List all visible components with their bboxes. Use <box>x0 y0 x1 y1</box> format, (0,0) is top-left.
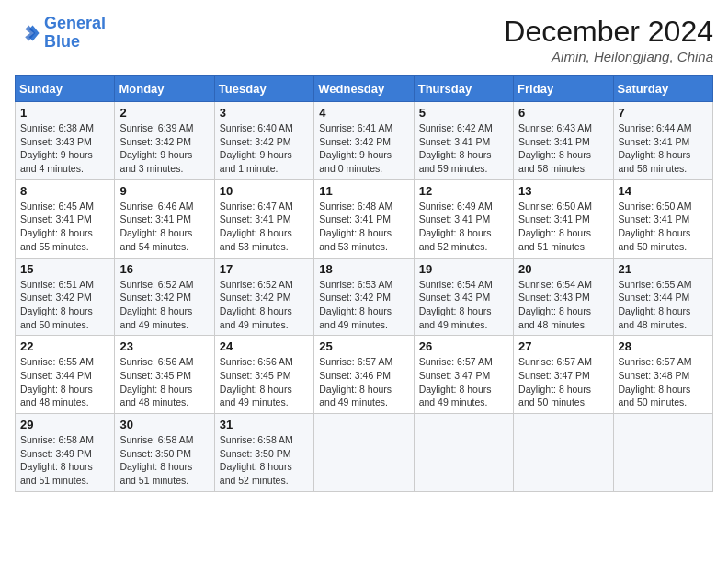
calendar-cell: 9Sunrise: 6:46 AMSunset: 3:41 PMDaylight… <box>115 179 214 258</box>
day-info: Sunrise: 6:55 AMSunset: 3:44 PMDaylight:… <box>20 355 109 409</box>
day-number: 13 <box>518 184 608 198</box>
day-info: Sunrise: 6:58 AMSunset: 3:49 PMDaylight:… <box>20 433 109 488</box>
calendar-cell: 28Sunrise: 6:57 AMSunset: 3:48 PMDayligh… <box>613 336 712 414</box>
day-number: 27 <box>518 339 608 353</box>
day-number: 24 <box>220 339 309 353</box>
calendar-cell: 26Sunrise: 6:57 AMSunset: 3:47 PMDayligh… <box>414 336 513 414</box>
day-number: 7 <box>619 106 708 120</box>
day-info: Sunrise: 6:50 AMSunset: 3:41 PMDaylight:… <box>518 200 608 254</box>
day-info: Sunrise: 6:57 AMSunset: 3:47 PMDaylight:… <box>419 355 508 409</box>
calendar-cell: 2Sunrise: 6:39 AMSunset: 3:42 PMDaylight… <box>115 102 214 180</box>
weekday-header: Wednesday <box>314 76 414 102</box>
day-info: Sunrise: 6:58 AMSunset: 3:50 PMDaylight:… <box>220 433 309 488</box>
calendar-cell: 10Sunrise: 6:47 AMSunset: 3:41 PMDayligh… <box>214 179 313 258</box>
calendar-cell: 12Sunrise: 6:49 AMSunset: 3:41 PMDayligh… <box>414 179 513 258</box>
weekday-header: Friday <box>514 76 613 102</box>
location: Aimin, Heilongjiang, China <box>504 49 713 64</box>
day-info: Sunrise: 6:58 AMSunset: 3:50 PMDaylight:… <box>119 433 209 488</box>
day-info: Sunrise: 6:47 AMSunset: 3:41 PMDaylight:… <box>220 200 309 254</box>
weekday-header: Thursday <box>414 76 513 102</box>
calendar-cell: 18Sunrise: 6:53 AMSunset: 3:42 PMDayligh… <box>314 258 414 336</box>
day-info: Sunrise: 6:57 AMSunset: 3:48 PMDaylight:… <box>619 355 708 409</box>
day-info: Sunrise: 6:50 AMSunset: 3:41 PMDaylight:… <box>619 200 708 254</box>
day-info: Sunrise: 6:48 AMSunset: 3:41 PMDaylight:… <box>319 200 408 254</box>
day-number: 18 <box>319 262 408 276</box>
calendar-cell: 20Sunrise: 6:54 AMSunset: 3:43 PMDayligh… <box>514 258 613 336</box>
calendar-cell: 3Sunrise: 6:40 AMSunset: 3:42 PMDaylight… <box>214 102 313 180</box>
calendar-cell: 4Sunrise: 6:41 AMSunset: 3:42 PMDaylight… <box>314 102 414 180</box>
day-info: Sunrise: 6:45 AMSunset: 3:41 PMDaylight:… <box>20 200 109 254</box>
day-number: 22 <box>20 339 109 353</box>
calendar-cell: 29Sunrise: 6:58 AMSunset: 3:49 PMDayligh… <box>16 414 115 492</box>
calendar-cell: 16Sunrise: 6:52 AMSunset: 3:42 PMDayligh… <box>115 258 214 336</box>
logo-general: General <box>44 14 106 32</box>
day-number: 14 <box>619 184 708 198</box>
day-number: 23 <box>119 339 209 353</box>
logo: General Blue <box>15 15 106 52</box>
day-number: 29 <box>20 418 109 431</box>
calendar-week-row: 8Sunrise: 6:45 AMSunset: 3:41 PMDaylight… <box>16 179 713 258</box>
calendar-week-row: 22Sunrise: 6:55 AMSunset: 3:44 PMDayligh… <box>16 336 713 414</box>
day-info: Sunrise: 6:43 AMSunset: 3:41 PMDaylight:… <box>518 121 608 176</box>
weekday-header: Saturday <box>613 76 712 102</box>
logo-icon <box>15 20 40 46</box>
day-info: Sunrise: 6:49 AMSunset: 3:41 PMDaylight:… <box>419 200 508 254</box>
day-number: 5 <box>419 106 508 120</box>
calendar-week-row: 1Sunrise: 6:38 AMSunset: 3:43 PMDaylight… <box>16 102 713 180</box>
calendar-cell: 30Sunrise: 6:58 AMSunset: 3:50 PMDayligh… <box>115 414 214 492</box>
calendar-week-row: 29Sunrise: 6:58 AMSunset: 3:49 PMDayligh… <box>16 414 713 492</box>
calendar-cell: 8Sunrise: 6:45 AMSunset: 3:41 PMDaylight… <box>16 179 115 258</box>
day-number: 15 <box>20 262 109 276</box>
calendar-cell: 13Sunrise: 6:50 AMSunset: 3:41 PMDayligh… <box>514 179 613 258</box>
title-block: December 2024 Aimin, Heilongjiang, China <box>504 15 713 64</box>
day-info: Sunrise: 6:57 AMSunset: 3:46 PMDaylight:… <box>319 355 408 409</box>
day-info: Sunrise: 6:41 AMSunset: 3:42 PMDaylight:… <box>319 121 408 176</box>
day-number: 4 <box>319 106 408 120</box>
day-number: 16 <box>119 262 209 276</box>
calendar-cell: 14Sunrise: 6:50 AMSunset: 3:41 PMDayligh… <box>613 179 712 258</box>
day-info: Sunrise: 6:46 AMSunset: 3:41 PMDaylight:… <box>119 200 209 254</box>
day-info: Sunrise: 6:52 AMSunset: 3:42 PMDaylight:… <box>220 278 309 332</box>
calendar-cell: 25Sunrise: 6:57 AMSunset: 3:46 PMDayligh… <box>314 336 414 414</box>
day-number: 8 <box>20 184 109 198</box>
day-info: Sunrise: 6:38 AMSunset: 3:43 PMDaylight:… <box>20 121 109 176</box>
calendar-table: SundayMondayTuesdayWednesdayThursdayFrid… <box>15 75 713 492</box>
day-info: Sunrise: 6:54 AMSunset: 3:43 PMDaylight:… <box>419 278 508 332</box>
day-info: Sunrise: 6:40 AMSunset: 3:42 PMDaylight:… <box>220 121 309 176</box>
weekday-header: Sunday <box>16 76 115 102</box>
day-info: Sunrise: 6:55 AMSunset: 3:44 PMDaylight:… <box>619 278 708 332</box>
day-number: 21 <box>619 262 708 276</box>
day-number: 1 <box>20 106 109 120</box>
calendar-cell: 1Sunrise: 6:38 AMSunset: 3:43 PMDaylight… <box>16 102 115 180</box>
day-info: Sunrise: 6:42 AMSunset: 3:41 PMDaylight:… <box>419 121 508 176</box>
day-number: 25 <box>319 339 408 353</box>
calendar-cell: 15Sunrise: 6:51 AMSunset: 3:42 PMDayligh… <box>16 258 115 336</box>
calendar-cell: 7Sunrise: 6:44 AMSunset: 3:41 PMDaylight… <box>613 102 712 180</box>
weekday-header: Monday <box>115 76 214 102</box>
day-number: 28 <box>619 339 708 353</box>
calendar-week-row: 15Sunrise: 6:51 AMSunset: 3:42 PMDayligh… <box>16 258 713 336</box>
month-title: December 2024 <box>504 15 713 49</box>
calendar-cell: 24Sunrise: 6:56 AMSunset: 3:45 PMDayligh… <box>214 336 313 414</box>
day-number: 31 <box>220 418 309 431</box>
calendar-cell <box>414 414 513 492</box>
calendar-cell: 6Sunrise: 6:43 AMSunset: 3:41 PMDaylight… <box>514 102 613 180</box>
logo-text: General Blue <box>44 15 106 52</box>
day-number: 20 <box>518 262 608 276</box>
day-number: 2 <box>119 106 209 120</box>
day-info: Sunrise: 6:57 AMSunset: 3:47 PMDaylight:… <box>518 355 608 409</box>
logo-blue: Blue <box>44 32 80 51</box>
calendar-cell: 23Sunrise: 6:56 AMSunset: 3:45 PMDayligh… <box>115 336 214 414</box>
day-number: 19 <box>419 262 508 276</box>
day-number: 12 <box>419 184 508 198</box>
calendar-cell: 27Sunrise: 6:57 AMSunset: 3:47 PMDayligh… <box>514 336 613 414</box>
day-info: Sunrise: 6:56 AMSunset: 3:45 PMDaylight:… <box>119 355 209 409</box>
calendar-cell <box>514 414 613 492</box>
day-info: Sunrise: 6:54 AMSunset: 3:43 PMDaylight:… <box>518 278 608 332</box>
day-number: 26 <box>419 339 508 353</box>
weekday-header: Tuesday <box>214 76 313 102</box>
calendar-header-row: SundayMondayTuesdayWednesdayThursdayFrid… <box>16 76 713 102</box>
day-info: Sunrise: 6:56 AMSunset: 3:45 PMDaylight:… <box>220 355 309 409</box>
day-info: Sunrise: 6:53 AMSunset: 3:42 PMDaylight:… <box>319 278 408 332</box>
day-number: 6 <box>518 106 608 120</box>
